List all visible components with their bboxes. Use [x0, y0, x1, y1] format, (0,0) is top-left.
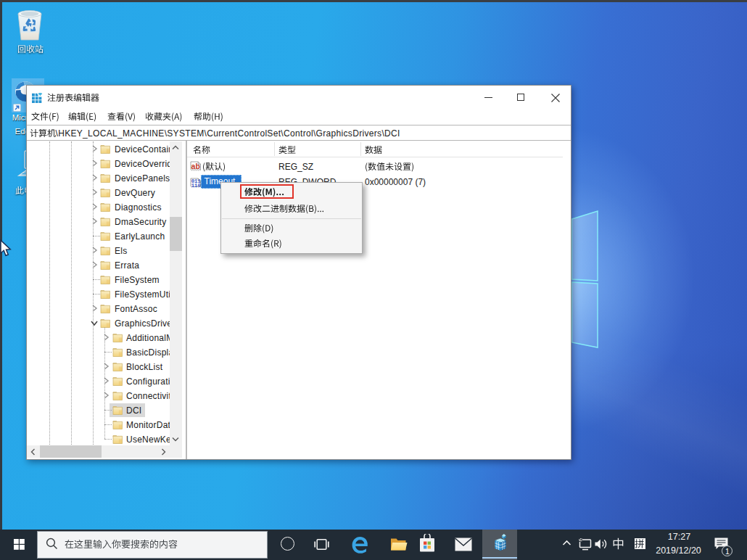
svg-text:110: 110	[191, 183, 201, 189]
svg-text:ab: ab	[191, 161, 200, 170]
